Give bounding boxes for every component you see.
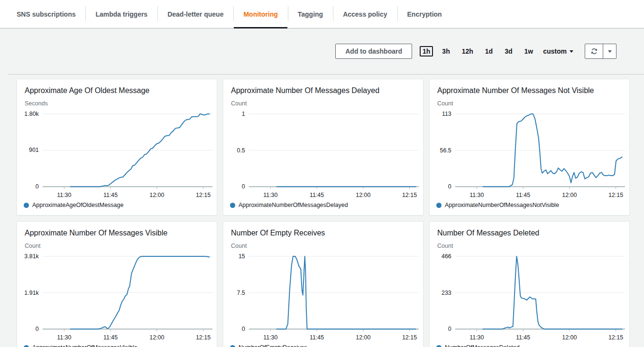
range-custom-label: custom xyxy=(543,47,567,55)
chart-title: Number Of Empty Receives xyxy=(223,228,423,238)
svg-text:0: 0 xyxy=(242,183,245,190)
svg-text:12:15: 12:15 xyxy=(196,192,211,198)
svg-text:11:45: 11:45 xyxy=(103,334,118,341)
series-color-dot xyxy=(230,345,235,347)
svg-text:233: 233 xyxy=(442,290,451,296)
svg-text:11:30: 11:30 xyxy=(263,334,277,341)
chart-y-unit-label: Count xyxy=(223,243,423,250)
svg-text:11:30: 11:30 xyxy=(57,192,71,198)
chart-card-approximate-number-of-messages-not-visible[interactable]: Approximate Number Of Messages Not Visib… xyxy=(429,79,630,216)
tab-label: Access policy xyxy=(343,10,387,18)
chart-legend-item[interactable]: ApproximateNumberOfMessagesDelayed xyxy=(223,202,423,208)
svg-text:12:00: 12:00 xyxy=(356,192,370,198)
series-color-dot xyxy=(24,345,29,347)
charts-grid: Approximate Age Of Oldest Message Second… xyxy=(17,79,630,347)
tab-monitoring[interactable]: Monitoring xyxy=(233,0,287,28)
chart-plot: 1.80k901011:3011:4512:0012:15 xyxy=(17,108,217,201)
range-1d[interactable]: 1d xyxy=(482,46,496,56)
tab-label: Tagging xyxy=(298,10,323,18)
svg-text:0: 0 xyxy=(242,326,245,332)
range-3h[interactable]: 3h xyxy=(439,46,452,56)
svg-text:0: 0 xyxy=(36,183,39,190)
chart-y-unit-label: Seconds xyxy=(17,100,217,107)
chart-card-number-of-messages-deleted[interactable]: Number Of Messages Deleted Count 4662330… xyxy=(429,221,630,347)
chart-card-approximate-age-of-oldest-message[interactable]: Approximate Age Of Oldest Message Second… xyxy=(17,79,217,216)
chart-legend-item[interactable]: ApproximateNumberOfMessagesNotVisible xyxy=(430,202,629,208)
svg-text:12:00: 12:00 xyxy=(149,334,164,341)
svg-text:11:45: 11:45 xyxy=(516,192,530,198)
svg-text:11:30: 11:30 xyxy=(263,192,277,198)
svg-text:12:00: 12:00 xyxy=(149,192,164,198)
series-color-dot xyxy=(24,203,29,208)
chart-plot: 3.81k1.91k011:3011:4512:0012:15 xyxy=(17,251,217,343)
chart-legend-item[interactable]: NumberOfEmptyReceives xyxy=(223,344,423,347)
svg-text:12:15: 12:15 xyxy=(608,192,623,198)
svg-text:12:15: 12:15 xyxy=(608,334,623,341)
chart-legend-item[interactable]: ApproximateNumberOfMessagesVisible xyxy=(17,344,217,347)
svg-text:0: 0 xyxy=(448,183,451,190)
svg-text:7.5: 7.5 xyxy=(237,290,245,296)
tab-sns-subscriptions[interactable]: SNS subscriptions xyxy=(7,0,85,28)
tab-tagging[interactable]: Tagging xyxy=(288,0,333,28)
chart-title: Approximate Number Of Messages Visible xyxy=(17,228,217,238)
chart-title: Approximate Number Of Messages Delayed xyxy=(223,85,423,96)
tab-lambda-triggers[interactable]: Lambda triggers xyxy=(85,0,157,28)
range-12h[interactable]: 12h xyxy=(459,46,476,56)
chart-plot: 10.5011:3011:4512:0012:15 xyxy=(223,108,423,201)
range-1h[interactable]: 1h xyxy=(420,46,433,56)
tab-label: Monitoring xyxy=(243,10,277,18)
svg-text:11:45: 11:45 xyxy=(103,192,118,198)
chart-title: Approximate Number Of Messages Not Visib… xyxy=(430,85,629,96)
svg-text:0.5: 0.5 xyxy=(237,147,245,154)
svg-text:12:00: 12:00 xyxy=(562,192,577,198)
chart-plot: 157.5011:3011:4512:0012:15 xyxy=(223,251,423,343)
series-legend-label: NumberOfEmptyReceives xyxy=(239,344,307,347)
svg-text:1.91k: 1.91k xyxy=(24,290,39,296)
range-custom[interactable]: custom xyxy=(542,47,574,56)
svg-text:11:30: 11:30 xyxy=(469,192,484,198)
chart-card-approximate-number-of-messages-delayed[interactable]: Approximate Number Of Messages Delayed C… xyxy=(223,79,423,216)
tab-dead-letter-queue[interactable]: Dead-letter queue xyxy=(157,0,233,28)
tab-label: Lambda triggers xyxy=(95,10,147,18)
caret-down-icon xyxy=(570,50,573,53)
chart-legend-item[interactable]: NumberOfMessagesDeleted xyxy=(430,344,629,347)
chart-y-unit-label: Count xyxy=(17,243,217,250)
chart-legend-item[interactable]: ApproximateAgeOfOldestMessage xyxy=(17,202,217,208)
svg-text:1: 1 xyxy=(242,111,245,117)
series-legend-label: ApproximateNumberOfMessagesNotVisible xyxy=(445,202,559,208)
chart-y-unit-label: Count xyxy=(223,100,423,107)
refresh-button[interactable] xyxy=(585,44,603,58)
series-color-dot xyxy=(436,345,442,347)
svg-text:11:45: 11:45 xyxy=(310,192,324,198)
svg-text:12:15: 12:15 xyxy=(196,334,211,341)
refresh-options-button[interactable] xyxy=(603,44,616,58)
svg-text:11:30: 11:30 xyxy=(57,334,71,341)
chart-plot: 466233011:3011:4512:0012:15 xyxy=(430,251,629,343)
svg-text:113: 113 xyxy=(442,111,451,117)
chart-plot: 11356.5011:3011:4512:0012:15 xyxy=(430,108,629,201)
svg-text:56.5: 56.5 xyxy=(440,147,451,154)
svg-text:3.81k: 3.81k xyxy=(24,253,39,260)
chart-card-number-of-empty-receives[interactable]: Number Of Empty Receives Count 157.5011:… xyxy=(223,221,423,347)
svg-text:466: 466 xyxy=(442,253,451,260)
chart-title: Number Of Messages Deleted xyxy=(430,228,629,238)
svg-text:0: 0 xyxy=(448,326,451,332)
refresh-split-button xyxy=(585,44,616,59)
svg-text:11:45: 11:45 xyxy=(310,334,324,341)
svg-text:12:15: 12:15 xyxy=(402,334,417,341)
svg-text:1.80k: 1.80k xyxy=(24,111,39,117)
chart-toolbar: Add to dashboard 1h 3h 12h 1d 3d 1w cust… xyxy=(0,44,644,79)
tab-access-policy[interactable]: Access policy xyxy=(333,0,397,28)
add-to-dashboard-button[interactable]: Add to dashboard xyxy=(335,44,412,59)
range-3d[interactable]: 3d xyxy=(502,46,515,56)
svg-text:0: 0 xyxy=(36,326,39,332)
series-color-dot xyxy=(230,203,235,208)
svg-text:12:15: 12:15 xyxy=(402,192,417,198)
tab-encryption[interactable]: Encryption xyxy=(397,0,452,28)
svg-text:11:30: 11:30 xyxy=(469,334,484,341)
svg-text:12:00: 12:00 xyxy=(356,334,370,341)
range-1w[interactable]: 1w xyxy=(522,46,536,56)
chart-y-unit-label: Count xyxy=(430,100,629,107)
svg-text:15: 15 xyxy=(239,253,245,260)
chart-card-approximate-number-of-messages-visible[interactable]: Approximate Number Of Messages Visible C… xyxy=(17,221,217,347)
